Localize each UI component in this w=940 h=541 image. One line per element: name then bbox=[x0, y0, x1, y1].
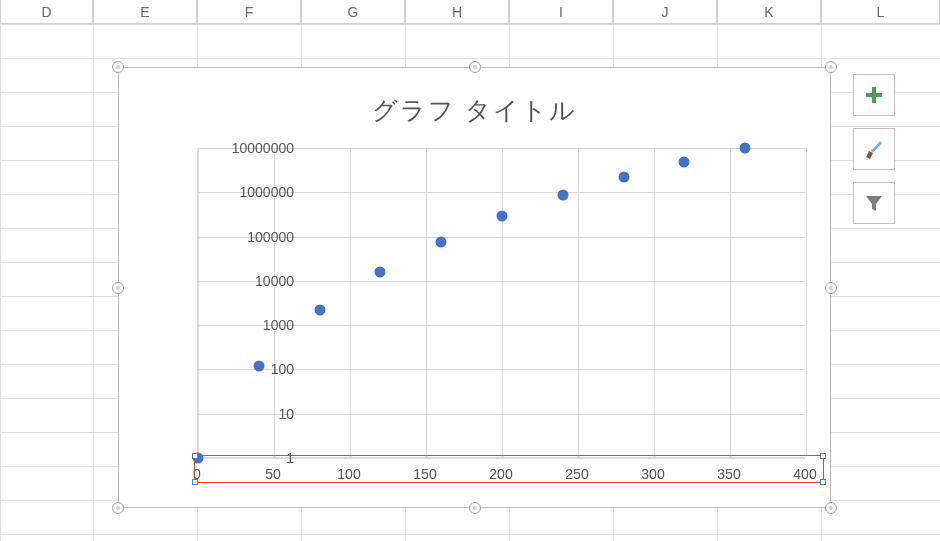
y-tick-label: 1000000 bbox=[194, 184, 294, 200]
svg-rect-1 bbox=[866, 93, 882, 97]
plus-icon bbox=[864, 85, 884, 105]
data-point[interactable] bbox=[314, 304, 325, 315]
chart-elements-button[interactable] bbox=[853, 74, 895, 116]
resize-handle[interactable] bbox=[469, 61, 481, 73]
column-header-K[interactable]: K bbox=[717, 0, 821, 24]
data-point[interactable] bbox=[618, 172, 629, 183]
chart-object[interactable]: グラフ タイトル 1101001000100001000001000000100… bbox=[118, 67, 831, 508]
y-tick-label: 10000 bbox=[194, 273, 294, 289]
column-header-F[interactable]: F bbox=[197, 0, 301, 24]
chart-styles-button[interactable] bbox=[853, 128, 895, 170]
resize-handle[interactable] bbox=[825, 282, 837, 294]
y-tick-label: 10 bbox=[194, 406, 294, 422]
column-header-D[interactable]: D bbox=[0, 0, 93, 24]
x-axis-selection[interactable] bbox=[194, 455, 824, 483]
resize-handle[interactable] bbox=[825, 502, 837, 514]
y-tick-label: 1000 bbox=[194, 317, 294, 333]
y-tick-label: 100000 bbox=[194, 229, 294, 245]
chart-title[interactable]: グラフ タイトル bbox=[119, 94, 830, 127]
data-point[interactable] bbox=[375, 266, 386, 277]
data-point[interactable] bbox=[740, 143, 751, 154]
column-header-E[interactable]: E bbox=[93, 0, 197, 24]
funnel-icon bbox=[863, 192, 885, 214]
data-point[interactable] bbox=[557, 189, 568, 200]
data-point[interactable] bbox=[436, 237, 447, 248]
brush-icon bbox=[862, 137, 886, 161]
column-header-L[interactable]: L bbox=[821, 0, 940, 24]
data-point[interactable] bbox=[679, 156, 690, 167]
resize-handle[interactable] bbox=[469, 502, 481, 514]
resize-handle[interactable] bbox=[112, 282, 124, 294]
resize-handle[interactable] bbox=[112, 61, 124, 73]
data-point[interactable] bbox=[497, 211, 508, 222]
column-header-J[interactable]: J bbox=[613, 0, 717, 24]
y-tick-label: 100 bbox=[194, 361, 294, 377]
column-header-I[interactable]: I bbox=[509, 0, 613, 24]
resize-handle[interactable] bbox=[825, 61, 837, 73]
column-header-G[interactable]: G bbox=[301, 0, 405, 24]
y-tick-label: 10000000 bbox=[194, 140, 294, 156]
column-header-H[interactable]: H bbox=[405, 0, 509, 24]
chart-filters-button[interactable] bbox=[853, 182, 895, 224]
resize-handle[interactable] bbox=[112, 502, 124, 514]
spreadsheet-stage: DEFGHIJKL グラフ タイトル 110100100010000100000… bbox=[0, 0, 940, 541]
